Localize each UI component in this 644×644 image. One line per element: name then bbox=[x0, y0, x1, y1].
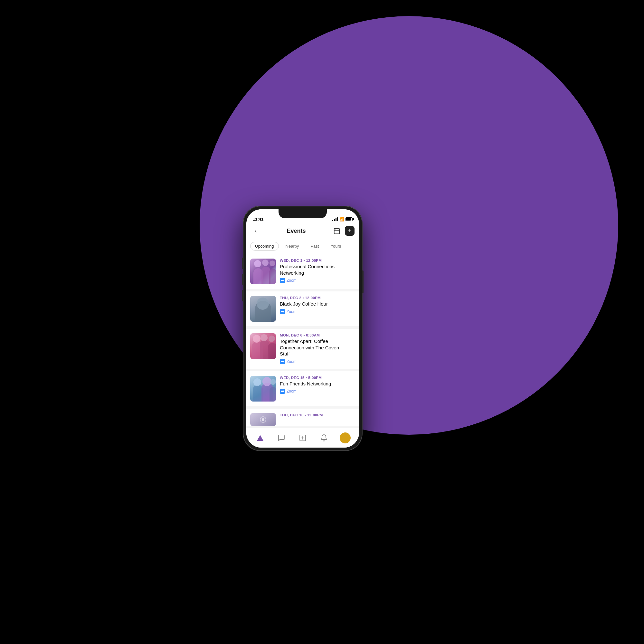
phone-screen: 11:41 📶 ‹ Events bbox=[246, 209, 359, 448]
zoom-svg-4 bbox=[281, 390, 284, 393]
more-button-1[interactable]: ⋮ bbox=[347, 274, 355, 284]
nav-profile[interactable] bbox=[338, 431, 352, 445]
header-actions: + bbox=[332, 226, 355, 236]
event-info-3: MON, DEC 6 • 8:30AM Together Apart: Coff… bbox=[280, 333, 347, 364]
more-button-3[interactable]: ⋮ bbox=[347, 354, 355, 364]
tab-nearby[interactable]: Nearby bbox=[281, 242, 304, 251]
event-card-2[interactable]: THU, DEC 2 • 12:00PM Black Joy Coffee Ho… bbox=[246, 291, 359, 326]
platform-label-1: Zoom bbox=[287, 278, 297, 283]
signal-icon bbox=[332, 217, 338, 221]
event-thumbnail-2 bbox=[250, 296, 276, 322]
event-date-2: THU, DEC 2 • 12:00PM bbox=[280, 296, 347, 300]
event-platform-1: Zoom bbox=[280, 278, 347, 283]
status-time: 11:41 bbox=[253, 217, 263, 222]
wifi-icon: 📶 bbox=[339, 217, 344, 222]
event-date-4: WED, DEC 15 • 5:00PM bbox=[280, 376, 347, 380]
event-thumbnail-4 bbox=[250, 376, 276, 402]
page-title: Events bbox=[287, 228, 306, 234]
svg-rect-4 bbox=[281, 280, 283, 281]
zoom-icon-1 bbox=[280, 278, 285, 283]
event-card-4[interactable]: WED, DEC 15 • 5:00PM Fun Friends Network… bbox=[246, 371, 359, 406]
tab-past[interactable]: Past bbox=[306, 242, 324, 251]
svg-marker-7 bbox=[283, 311, 284, 312]
svg-marker-11 bbox=[283, 391, 284, 392]
notch bbox=[279, 209, 327, 218]
event-title-4: Fun Friends Networking bbox=[280, 381, 347, 387]
svg-marker-9 bbox=[283, 361, 284, 362]
event-info-5: THU, DEC 16 • 12:00PM bbox=[280, 413, 355, 418]
calendar-button[interactable] bbox=[332, 226, 342, 236]
platform-label-2: Zoom bbox=[287, 309, 297, 314]
event-date-5: THU, DEC 16 • 12:00PM bbox=[280, 413, 355, 417]
more-button-4[interactable]: ⋮ bbox=[347, 391, 355, 401]
zoom-svg-2 bbox=[281, 310, 284, 313]
svg-rect-0 bbox=[334, 229, 340, 234]
svg-marker-5 bbox=[283, 280, 284, 281]
tab-yours[interactable]: Yours bbox=[326, 242, 346, 251]
event-info-1: WED, DEC 1 • 12:00PM Professional Connec… bbox=[280, 259, 347, 283]
zoom-svg-3 bbox=[281, 360, 284, 363]
event-card-5-partial: THU, DEC 16 • 12:00PM bbox=[246, 409, 359, 426]
svg-rect-6 bbox=[281, 311, 283, 312]
zoom-icon-2 bbox=[280, 309, 285, 314]
event-info-2: THU, DEC 2 • 12:00PM Black Joy Coffee Ho… bbox=[280, 296, 347, 314]
messages-icon bbox=[278, 434, 285, 442]
event-title-1: Professional Connections Networking bbox=[280, 263, 347, 276]
status-bar: 11:41 📶 bbox=[246, 209, 359, 223]
tab-upcoming[interactable]: Upcoming bbox=[250, 242, 279, 251]
nav-home[interactable] bbox=[253, 431, 267, 445]
event-platform-3: Zoom bbox=[280, 359, 347, 364]
event-card-3[interactable]: MON, DEC 6 • 8:30AM Together Apart: Coff… bbox=[246, 329, 359, 369]
zoom-icon-4 bbox=[280, 389, 285, 394]
status-icons: 📶 bbox=[332, 217, 353, 222]
event-platform-4: Zoom bbox=[280, 389, 347, 394]
add-event-button[interactable]: + bbox=[345, 226, 355, 236]
event-date-3: MON, DEC 6 • 8:30AM bbox=[280, 333, 347, 337]
phone-wrapper: 11:41 📶 ‹ Events bbox=[243, 206, 362, 451]
event-title-3: Together Apart: Coffee Connection with T… bbox=[280, 338, 347, 357]
calendar-icon bbox=[333, 227, 340, 234]
home-icon bbox=[257, 435, 263, 441]
nav-notifications[interactable] bbox=[317, 431, 331, 445]
bottom-nav bbox=[246, 428, 359, 448]
phone-shell: 11:41 📶 ‹ Events bbox=[243, 206, 362, 451]
create-icon bbox=[299, 434, 307, 442]
event-info-4: WED, DEC 15 • 5:00PM Fun Friends Network… bbox=[280, 376, 347, 394]
svg-rect-8 bbox=[281, 361, 283, 362]
event-card-1[interactable]: WED, DEC 1 • 12:00PM Professional Connec… bbox=[246, 254, 359, 289]
filter-tabs: Upcoming Nearby Past Yours bbox=[246, 239, 359, 254]
battery-icon bbox=[346, 217, 353, 221]
event-platform-2: Zoom bbox=[280, 309, 347, 314]
nav-messages[interactable] bbox=[274, 431, 289, 445]
nav-create[interactable] bbox=[296, 431, 310, 445]
more-button-2[interactable]: ⋮ bbox=[347, 311, 355, 321]
event-date-1: WED, DEC 1 • 12:00PM bbox=[280, 259, 347, 262]
platform-label-3: Zoom bbox=[287, 359, 297, 364]
bell-icon bbox=[320, 434, 328, 442]
event-thumbnail-1 bbox=[250, 259, 276, 284]
platform-label-4: Zoom bbox=[287, 389, 297, 393]
events-list: WED, DEC 1 • 12:00PM Professional Connec… bbox=[246, 254, 359, 428]
svg-rect-10 bbox=[281, 391, 283, 392]
app-header: ‹ Events + bbox=[246, 223, 359, 239]
event-title-2: Black Joy Coffee Hour bbox=[280, 301, 347, 307]
back-button[interactable]: ‹ bbox=[251, 226, 260, 236]
zoom-icon-3 bbox=[280, 359, 285, 364]
zoom-svg bbox=[281, 279, 284, 282]
event-thumbnail-5 bbox=[250, 413, 276, 426]
event-thumbnail-3 bbox=[250, 333, 276, 359]
profile-avatar bbox=[340, 432, 351, 443]
